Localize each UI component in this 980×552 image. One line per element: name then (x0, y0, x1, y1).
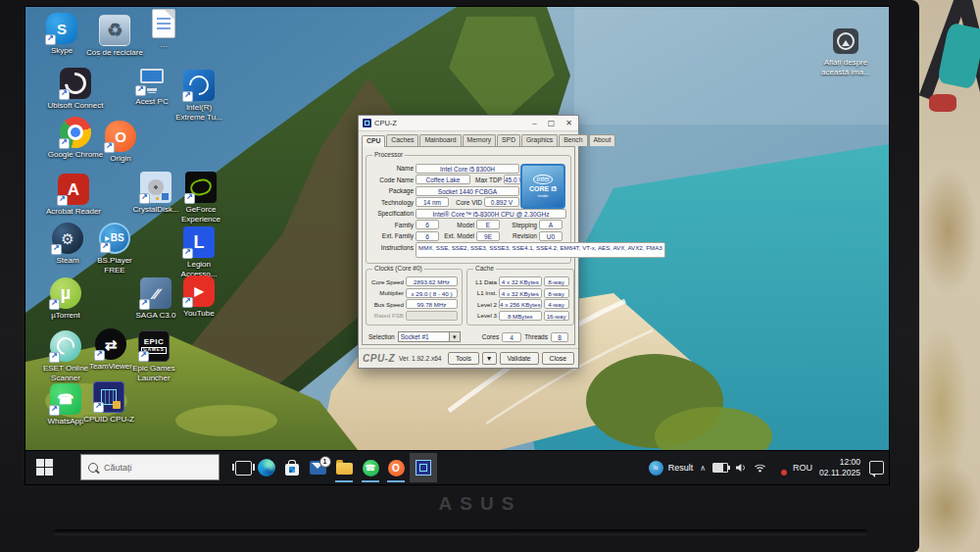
tools-dropdown-icon[interactable]: ▼ (482, 352, 497, 365)
taskbar-edge[interactable] (257, 458, 276, 477)
acrobat-reader-icon: A (58, 174, 89, 205)
store-icon (285, 464, 299, 476)
taskbar-file-explorer[interactable] (334, 458, 354, 477)
clock[interactable]: 12:00 02.11.2025 (819, 457, 860, 477)
cpu-name-value: Intel Core i5 8300H (416, 164, 519, 174)
desktop-icon-document[interactable]: … (135, 9, 192, 50)
icon-label: Intel(R) Extreme Tu... (171, 103, 227, 122)
taskbar-store[interactable] (282, 458, 302, 477)
tab-mainboard[interactable]: Mainboard (419, 134, 461, 146)
wall-stain (917, 167, 978, 294)
origin-icon: O (105, 121, 136, 152)
validate-button[interactable]: Validate (500, 352, 539, 365)
icon-label: … (135, 40, 192, 50)
ubisoft-connect-icon (60, 68, 91, 99)
desktop-icon-legion[interactable]: L Legion Accesso... (171, 226, 227, 278)
close-icon[interactable]: ✕ (565, 119, 572, 127)
desktop-icon-acrobat-reader[interactable]: A Acrobat Reader (45, 174, 102, 217)
tab-about[interactable]: About (589, 134, 616, 146)
desktop-icon-skype[interactable]: S Skype (33, 13, 90, 56)
search-input[interactable]: Căutați (80, 454, 220, 480)
cpuz-tabs: CPU Caches Mainboard Memory SPD Graphics… (359, 131, 578, 146)
tab-cpu[interactable]: CPU (362, 135, 385, 147)
cpuz-icon (416, 460, 431, 476)
group-title: Cache (473, 266, 496, 273)
start-button[interactable] (36, 459, 53, 476)
red-object (929, 94, 956, 112)
technology-value: 14 nm (416, 197, 449, 207)
taskbar-whatsapp[interactable] (361, 458, 380, 477)
volume-icon[interactable] (735, 463, 747, 473)
alert-badge (781, 470, 787, 476)
desktop-icon-intel-xtu[interactable]: Intel(R) Extreme Tu... (171, 70, 227, 122)
socket-select[interactable]: Socket #1▼ (398, 331, 461, 342)
security-icon[interactable] (773, 462, 786, 475)
desktop-icon-geforce-experience[interactable]: GeForce Experience (172, 172, 229, 224)
spotlight-learn-more[interactable]: Aflați despre această ima... (809, 28, 882, 77)
specification-value: Intel® Core™ i5-8300H CPU @ 2.30GHz (416, 209, 566, 219)
news-widget[interactable]: Result (649, 461, 694, 476)
whatsapp-icon (363, 460, 379, 477)
tab-spd[interactable]: SPD (497, 134, 520, 146)
eset-icon (50, 330, 81, 362)
shortcut-arrow-icon (49, 405, 60, 416)
icon-label: µTorrent (37, 311, 94, 321)
running-indicator (362, 480, 379, 482)
desktop-icon-epic-games[interactable]: EPICGAMES Epic Games Launcher (125, 330, 182, 382)
shortcut-arrow-icon (138, 351, 149, 362)
desktop-icon-youtube[interactable]: YouTube (171, 276, 227, 319)
tools-button[interactable]: Tools (448, 352, 479, 365)
google-chrome-icon (60, 117, 91, 148)
epic-glyph: EPIC (144, 338, 165, 346)
notification-center-icon[interactable] (869, 461, 884, 475)
core-speed-value: 2893.62 MHz (406, 276, 458, 286)
tab-memory[interactable]: Memory (463, 134, 497, 146)
task-view-icon[interactable] (235, 461, 252, 476)
tab-bench[interactable]: Bench (559, 134, 587, 146)
desktop-icon-cpuid-cpuz[interactable]: CPUID CPU-Z (80, 381, 137, 425)
bus-speed-value: 99.78 MHz (406, 299, 458, 309)
icon-label: BS.Player FREE (86, 256, 143, 275)
icon-label: YouTube (171, 309, 227, 319)
cpuz-footer: CPU-Z Ver. 1.92.2.x64 Tools ▼ Validate C… (359, 348, 578, 368)
taskbar-origin[interactable] (386, 458, 406, 477)
maximize-icon[interactable]: ▢ (548, 119, 556, 127)
icon-label: Acrobat Reader (45, 207, 102, 217)
search-icon (88, 463, 98, 473)
shortcut-arrow-icon (49, 299, 60, 310)
tray-chevron-icon[interactable]: ∧ (700, 464, 706, 473)
time-text: 12:00 (819, 457, 860, 468)
skype-glyph: S (57, 22, 67, 36)
close-button[interactable]: Close (542, 352, 574, 365)
desktop-icon-ubisoft-connect[interactable]: Ubisoft Connect (47, 68, 104, 111)
battery-icon[interactable] (712, 463, 728, 473)
desktop-icon-bsplayer[interactable]: BS BS.Player FREE (86, 223, 143, 275)
shortcut-arrow-icon (135, 85, 146, 96)
wifi-icon[interactable] (754, 463, 766, 473)
instructions-value: MMX, SSE, SSE2, SSE3, SSSE3, SSE4.1, SSE… (416, 242, 665, 258)
shortcut-arrow-icon (100, 242, 111, 253)
language-indicator[interactable]: ROU (793, 463, 812, 473)
tab-caches[interactable]: Caches (386, 134, 418, 146)
cpuz-titlebar[interactable]: CPU-Z – ▢ ✕ (359, 116, 578, 131)
date-text: 02.11.2025 (819, 468, 860, 478)
shortcut-arrow-icon (51, 244, 62, 255)
cpu-tab-panel: Processor intel CORE i5 inside NameIntel… (362, 146, 575, 345)
shortcut-arrow-icon (182, 297, 193, 308)
mail-badge: 1 (319, 456, 331, 468)
taskbar-mail[interactable]: 1 (308, 458, 327, 477)
widget-label: Result (668, 463, 694, 473)
desktop-icon-utorrent[interactable]: µ µTorrent (37, 277, 94, 321)
minimize-icon[interactable]: – (532, 119, 536, 127)
window-controls: – ▢ ✕ (532, 119, 574, 127)
utorrent-glyph: µ (61, 284, 71, 302)
cpuz-window: CPU-Z – ▢ ✕ CPU Caches Mainboard Memory … (358, 115, 579, 369)
crystaldiskinfo-icon (140, 172, 172, 203)
multiplier-value: x 29.0 ( 8 - 40 ) (406, 288, 458, 298)
taskbar-cpuz-active[interactable] (410, 453, 437, 482)
desktop-icon-origin[interactable]: O Origin (92, 121, 149, 164)
laptop: S Skype Coș de reciclare … Ubisoft Conne… (0, 0, 919, 552)
tab-graphics[interactable]: Graphics (521, 134, 558, 146)
camera-icon (833, 28, 858, 54)
shortcut-arrow-icon (45, 34, 56, 45)
